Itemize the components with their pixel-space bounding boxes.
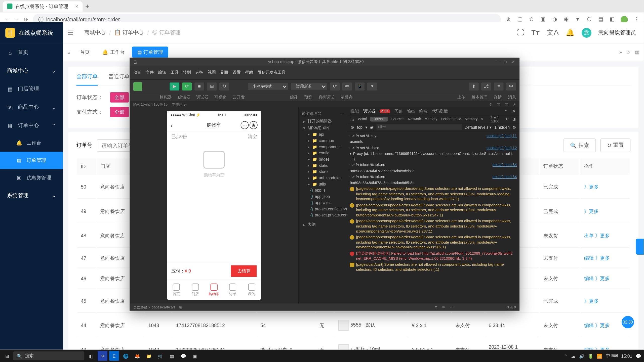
menu-item[interactable]: 微信开发者工具 [258,70,286,75]
status-icon[interactable]: ⚙ [434,305,437,309]
sub-item[interactable]: 消息 [508,94,516,100]
menu-item[interactable]: 视图 [208,70,216,75]
tree-folder[interactable]: ▸📁 static [301,162,344,169]
status-icon[interactable]: ⋯ [450,305,454,309]
upload-icon[interactable]: ⬆ [469,82,479,90]
sub-item[interactable]: 清缓存 [341,94,353,100]
eye-icon[interactable]: 👁 [342,82,352,90]
tray-icon[interactable]: ☁ [571,353,576,358]
sub-item[interactable]: 编译 [290,94,298,100]
minimize-icon[interactable]: — [495,60,500,64]
insp-tab[interactable]: 终端 [419,108,427,114]
tree-folder[interactable]: ▸📁 api [301,131,344,138]
sidebar-order-mgmt[interactable]: ▤订单管理 [0,152,63,169]
taskbar-app[interactable]: ✉ [98,351,107,361]
menu-item[interactable]: 转到 [183,70,191,75]
taskbar-app[interactable]: ▣ [190,351,200,361]
tree-folder[interactable]: ▸📁 utils [301,181,344,187]
more-icon[interactable]: » [481,117,483,121]
more-icon[interactable]: ⋯ [341,111,345,117]
menu-item[interactable]: 选择 [195,70,204,75]
tree-outline[interactable]: ▸大纲 [301,221,344,229]
detail-icon[interactable]: ≡ [494,82,504,90]
taskbar-app[interactable]: ▦ [167,351,177,361]
cell[interactable]: 》更多 [581,289,630,313]
close-icon[interactable]: × [75,4,78,9]
tab-normal-orders[interactable]: 普通订单 [108,73,130,85]
sub-tab[interactable]: Performance [441,117,461,121]
tree-file[interactable]: {} app.json [301,194,344,200]
menu-item[interactable]: 项目 [133,70,141,75]
sub-item[interactable]: 详情 [494,94,502,100]
msg-icon[interactable]: ✉ [506,82,516,90]
inspector-pane[interactable]: 性能 调试器 4 37 问题 输出 终端 代码质量 ⌃ ✕ ⬚ Wxml Con… [347,107,519,303]
version-icon[interactable]: ⎇ [481,82,491,90]
phone-simulator[interactable]: ●●●●● WeChat ⚡ 15:01 100% ■■ ‹ 购物车 ⋯ ◉ 已… [167,111,261,300]
insp-tab-debugger[interactable]: 调试器 [363,108,375,114]
console-line[interactable]: [pages/components/pages/orders/detail] S… [350,218,517,234]
sub-item[interactable]: 编辑器 [178,94,190,100]
insp-tab[interactable]: 代码质量 [432,108,448,114]
console-line[interactable]: 9a698e83484f4f78a5caae4dac8d5b8d [350,168,517,174]
sidebar-home[interactable]: ⌂首页 [0,43,63,62]
console-line[interactable]: [pages/components/pages/orders/detail] S… [350,235,517,251]
clear-icon[interactable]: ⊘ [351,125,354,129]
fullscreen-icon[interactable]: ⛶ [517,29,524,37]
crumb[interactable]: 商城中心 [84,29,106,36]
menu-item[interactable]: 文件 [146,70,154,75]
clear-cart-button[interactable]: 清空 [248,133,257,140]
tabs-grid-icon[interactable]: ▦ [635,49,639,55]
insp-tab[interactable]: 性能 [351,108,359,114]
sidebar-order[interactable]: ▦订单中心⌃ [0,116,63,134]
top-context[interactable]: top [357,125,363,129]
sub-item[interactable]: 版本管理 [471,94,488,100]
menu-item[interactable]: 编辑 [158,70,166,75]
stop-icon[interactable]: ■ [194,82,204,90]
copy-icon[interactable]: ⎘ [179,305,182,309]
tree-folder[interactable]: ▸📁 pages [301,156,344,162]
forward-icon[interactable]: → [14,16,19,23]
tray-notif-icon[interactable]: 💬 [636,353,641,358]
system-tray[interactable]: ⌃ ☁ 🔊 🔋 📶 中 ⌨ 15:01 💬 [564,353,641,359]
sub-tab[interactable]: Memory [465,117,478,121]
sidebar-product[interactable]: 🛍商品中心⌄ [0,98,63,116]
tabs-expand-icon[interactable]: » [619,49,622,55]
console-line[interactable]: --> % token % token:api.js? [sm]:34 [350,174,517,180]
console-output[interactable]: --> % set % key:cookie.js? [sm]:11userin… [347,131,519,303]
maximize-icon[interactable]: □ [503,60,508,64]
play-icon[interactable]: ▶ [170,82,179,90]
console-line[interactable]: [pages/components/pages/orders/detail] S… [350,202,517,218]
tray-icon[interactable]: 🔋 [588,353,593,358]
devtools-titlebar[interactable]: ▢ yshop-miniapp - 微信开发者工具 Stable 1.06.23… [130,58,519,66]
tab-order-mgmt[interactable]: ▤ 订单管理 [132,47,168,58]
sub-item[interactable]: 云开发 [233,94,245,100]
reload-icon[interactable]: ⟳ [24,16,28,23]
sub-tab-console[interactable]: Console [370,117,388,121]
tree-folder[interactable]: ▸📁 store [301,169,344,175]
avatar[interactable]: 意 [582,28,591,37]
tree-folder[interactable]: ▸📁 config [301,150,344,156]
inspect-icon[interactable]: ⬚ [351,117,354,121]
collapse-icon[interactable]: ⌃ [504,109,508,113]
capsule-menu-icon[interactable]: ⋯ [241,121,249,129]
tree-folder[interactable]: ▸📁 common [301,138,344,144]
console-line[interactable]: [pages/components/pages/orders/detail] S… [350,186,517,202]
menu-item[interactable]: 工具 [171,70,179,75]
gear-icon[interactable]: ⚙ [512,125,516,129]
new-tab-button[interactable]: + [85,2,89,10]
tray-icon[interactable]: ⌃ [564,353,568,358]
taskbar-app[interactable]: 🛒 [155,351,165,361]
info-icon[interactable]: ↗ [513,102,516,106]
close-icon[interactable]: ✕ [511,60,516,64]
taskbar-app[interactable]: ◧ [86,351,96,361]
sidebar-workbench[interactable]: 🔔工作台 [0,134,63,152]
sub-item[interactable]: 模拟器 [160,94,172,100]
sidebar-coupon[interactable]: ▣优惠券管理 [0,169,63,186]
taskbar-app[interactable]: E [109,351,119,361]
close-icon[interactable]: ✕ [512,109,516,113]
username[interactable]: 意向餐饮管理员 [598,29,636,36]
compile-select[interactable]: 普通编译 [291,83,327,90]
tab-all-orders[interactable]: 全部订单 [76,73,98,85]
eye-icon[interactable]: ◉ [370,125,374,129]
console-line[interactable]: ▸ Proxy {id: 11, username: "13689541254"… [350,151,517,162]
